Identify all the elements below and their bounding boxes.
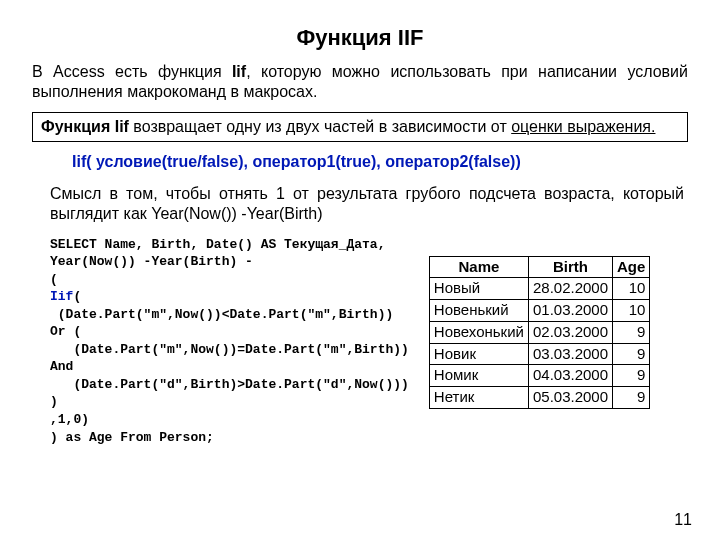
table-header: Age xyxy=(613,256,650,278)
intro-fn-name: Iif xyxy=(232,63,246,80)
def-rest: возвращает одну из двух частей в зависим… xyxy=(133,118,511,135)
intro-text-1: В Access есть функция xyxy=(32,63,232,80)
table-cell: Новенький xyxy=(429,300,528,322)
def-bold: Функция Iif xyxy=(41,118,133,135)
table-cell: Номик xyxy=(429,365,528,387)
table-cell: 9 xyxy=(613,343,650,365)
table-cell: 02.03.2000 xyxy=(528,321,612,343)
table-cell: Новик xyxy=(429,343,528,365)
table-cell: 01.03.2000 xyxy=(528,300,612,322)
def-underline: оценки выражения. xyxy=(511,118,655,135)
page-title: Функция IIF xyxy=(32,24,688,52)
table-row: Новенький01.03.200010 xyxy=(429,300,650,322)
table-row: Новик03.03.20009 xyxy=(429,343,650,365)
table-cell: 9 xyxy=(613,387,650,409)
definition-box: Функция Iif возвращает одну из двух част… xyxy=(32,112,688,142)
table-cell: 9 xyxy=(613,321,650,343)
table-row: Номик04.03.20009 xyxy=(429,365,650,387)
page-number: 11 xyxy=(674,510,692,530)
table-cell: 03.03.2000 xyxy=(528,343,612,365)
table-header: Birth xyxy=(528,256,612,278)
table-cell: 10 xyxy=(613,300,650,322)
table-header: Name xyxy=(429,256,528,278)
result-table: NameBirthAge Новый28.02.200010Новенький0… xyxy=(429,256,651,409)
intro-para: В Access есть функция Iif, которую можно… xyxy=(32,62,688,102)
table-cell: 05.03.2000 xyxy=(528,387,612,409)
table-cell: 28.02.2000 xyxy=(528,278,612,300)
signature-line: Iif( условие(true/false), оператор1(true… xyxy=(72,152,688,172)
table-row: Нетик05.03.20009 xyxy=(429,387,650,409)
table-cell: 10 xyxy=(613,278,650,300)
iif-keyword: Iif xyxy=(50,289,73,304)
table-cell: 04.03.2000 xyxy=(528,365,612,387)
table-cell: Новый xyxy=(429,278,528,300)
table-row: Новый28.02.200010 xyxy=(429,278,650,300)
table-row: Новехонький02.03.20009 xyxy=(429,321,650,343)
sql-code: SELECT Name, Birth, Date() AS Текущая_Да… xyxy=(32,236,409,447)
explain-para: Смысл в том, чтобы отнять 1 от результат… xyxy=(50,184,684,224)
table-cell: Новехонький xyxy=(429,321,528,343)
table-cell: 9 xyxy=(613,365,650,387)
table-cell: Нетик xyxy=(429,387,528,409)
